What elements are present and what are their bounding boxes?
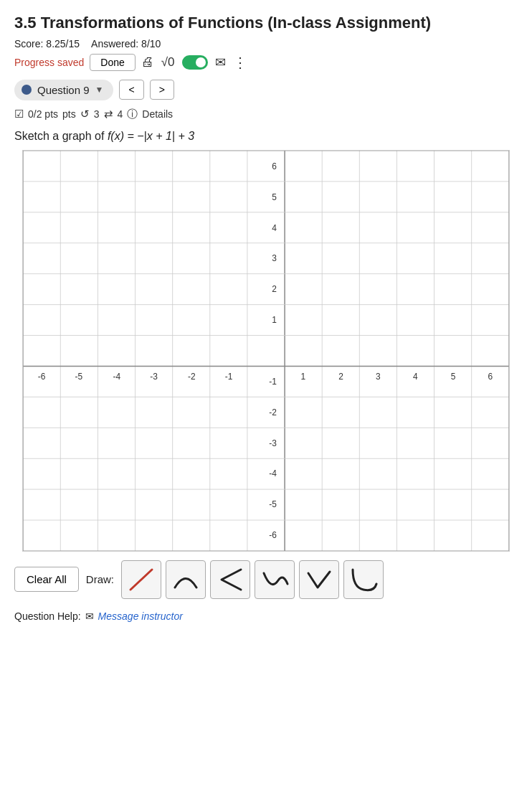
print-icon[interactable]: 🖨 xyxy=(141,55,154,70)
pts-text: 0/2 pts xyxy=(28,108,58,120)
question-nav: Question 9 ▼ < > xyxy=(14,80,518,100)
retry-icon: ↺ xyxy=(80,108,90,121)
svg-text:-1: -1 xyxy=(269,376,277,386)
line-draw-tool[interactable] xyxy=(121,560,161,599)
mail-help-icon: ✉ xyxy=(85,610,94,622)
draw-tools xyxy=(121,560,384,599)
resubmit-count: 4 xyxy=(118,108,123,120)
svg-text:4: 4 xyxy=(413,371,418,381)
message-instructor-link[interactable]: Message instructor xyxy=(98,610,183,622)
progress-saved-text: Progress saved xyxy=(14,57,84,68)
mail-icon[interactable]: ✉ xyxy=(215,55,226,70)
draw-label: Draw: xyxy=(86,573,114,585)
svg-text:2: 2 xyxy=(338,371,343,381)
arch-draw-tool[interactable] xyxy=(166,560,206,599)
bottom-toolbar: Clear All Draw: xyxy=(14,560,518,599)
graph-area[interactable]: -6 -5 -4 -3 -2 -1 1 2 3 4 5 6 6 5 4 3 2 … xyxy=(22,150,510,552)
check-draw-tool[interactable] xyxy=(299,560,339,599)
chevron-down-icon: ▼ xyxy=(95,85,104,95)
svg-text:-4: -4 xyxy=(113,371,120,381)
svg-text:-1: -1 xyxy=(225,371,233,381)
svg-text:5: 5 xyxy=(272,192,277,202)
score-text: Score: 8.25/15 xyxy=(14,38,80,49)
svg-text:1: 1 xyxy=(272,315,277,325)
svg-text:-6: -6 xyxy=(269,530,277,540)
answered-text: Answered: 8/10 xyxy=(91,38,161,49)
graph-svg[interactable]: -6 -5 -4 -3 -2 -1 1 2 3 4 5 6 6 5 4 3 2 … xyxy=(23,151,509,551)
next-question-button[interactable]: > xyxy=(150,80,174,100)
toggle-icon[interactable] xyxy=(182,55,208,70)
svg-text:-5: -5 xyxy=(75,371,83,381)
svg-text:6: 6 xyxy=(488,371,493,381)
question-text-prefix: Sketch a graph of xyxy=(14,130,104,142)
hook-draw-tool[interactable] xyxy=(343,560,384,599)
more-icon[interactable]: ⋮ xyxy=(233,54,248,71)
prev-question-button[interactable]: < xyxy=(119,80,143,100)
page-title: 3.5 Transformations of Functions (In-cla… xyxy=(14,13,518,34)
svg-text:-6: -6 xyxy=(38,371,46,381)
question-text: Sketch a graph of f(x) = −|x + 1| + 3 xyxy=(14,130,518,143)
svg-text:-3: -3 xyxy=(269,438,277,448)
checkbox-icon: ☑ xyxy=(14,108,24,121)
question-dot xyxy=(22,85,32,95)
question-selector[interactable]: Question 9 ▼ xyxy=(14,80,113,100)
svg-text:3: 3 xyxy=(376,371,381,381)
svg-text:-5: -5 xyxy=(269,499,277,509)
svg-text:4: 4 xyxy=(272,222,277,232)
clear-all-button[interactable]: Clear All xyxy=(14,567,79,592)
svg-text:-3: -3 xyxy=(150,371,158,381)
svg-text:1: 1 xyxy=(300,371,305,381)
svg-text:6: 6 xyxy=(272,161,277,171)
svg-text:3: 3 xyxy=(272,253,277,263)
info-icon: ⓘ xyxy=(127,108,138,121)
done-button[interactable]: Done xyxy=(90,54,135,71)
svg-text:-2: -2 xyxy=(188,371,196,381)
retry-count: 3 xyxy=(94,108,100,120)
question-meta: ☑ 0/2 pts pts ↺ 3 ⇄ 4 ⓘ Details xyxy=(14,108,518,121)
svg-text:2: 2 xyxy=(272,284,277,294)
details-label[interactable]: Details xyxy=(142,108,173,120)
question-help-label: Question Help: xyxy=(14,610,81,622)
svg-text:-2: -2 xyxy=(269,407,277,417)
svg-text:5: 5 xyxy=(451,371,456,381)
question-label: Question 9 xyxy=(37,84,90,96)
function-expression: f(x) = −|x + 1| + 3 xyxy=(108,130,194,142)
svg-rect-0 xyxy=(23,151,509,551)
sqrt-icon[interactable]: √0 xyxy=(161,55,175,70)
pts-label: pts xyxy=(62,108,76,120)
curve-draw-tool[interactable] xyxy=(255,560,295,599)
lessthan-draw-tool[interactable] xyxy=(210,560,250,599)
resubmit-icon: ⇄ xyxy=(104,108,113,121)
question-help: Question Help: ✉ Message instructor xyxy=(14,610,518,622)
svg-text:-4: -4 xyxy=(269,468,277,478)
